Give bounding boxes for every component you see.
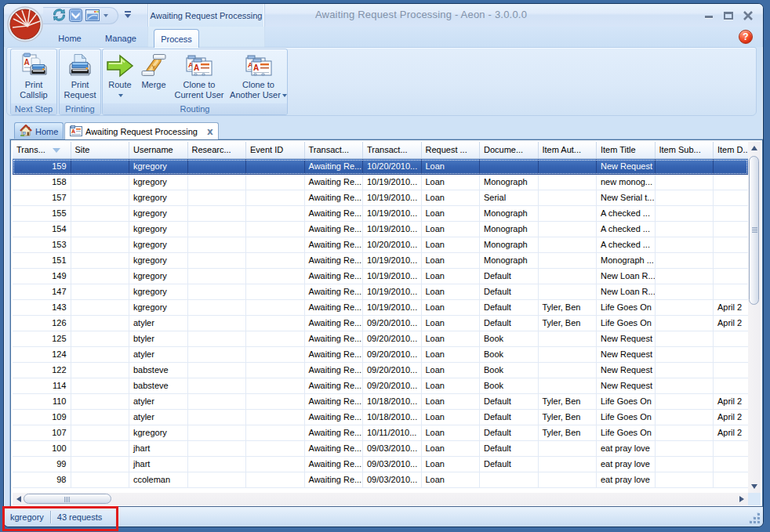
close-button[interactable]: [743, 11, 754, 20]
document-tab-awaiting-request-processing[interactable]: A Awaiting Request Processing x: [64, 122, 219, 139]
column-header-Trans...[interactable]: Trans...: [13, 142, 71, 158]
vertical-scrollbar[interactable]: [748, 142, 761, 493]
cell: [188, 253, 247, 269]
cell: Loan: [422, 331, 481, 347]
print-request-button[interactable]: Print Request: [60, 49, 100, 103]
cell: Default: [480, 425, 539, 441]
table-row[interactable]: 126atylerAwaiting Re...09/20/2010...Loan…: [13, 316, 748, 331]
table-row[interactable]: 157kgregoryAwaiting Re...10/19/2010...Lo…: [13, 190, 748, 206]
cell: [246, 269, 305, 284]
application-logo[interactable]: [6, 5, 44, 43]
table-row[interactable]: 159kgregoryAwaiting Re...10/20/2010...Lo…: [13, 159, 748, 175]
cell: [246, 410, 305, 425]
merge-icon: [140, 49, 168, 78]
refresh-icon[interactable]: [53, 9, 66, 23]
table-row[interactable]: 114babsteveAwaiting Re...09/20/2010...Lo…: [13, 378, 748, 394]
ribbon-tab-process[interactable]: Process: [154, 29, 199, 48]
route-button[interactable]: Route: [103, 49, 137, 103]
table-row[interactable]: 109atylerAwaiting Re...10/18/2010...Loan…: [13, 410, 748, 425]
cell: Book: [480, 331, 539, 347]
cell: Default: [480, 410, 539, 425]
scroll-left-icon[interactable]: [16, 496, 21, 502]
scroll-down-icon[interactable]: [751, 484, 757, 489]
ribbon-tab-home[interactable]: Home: [48, 29, 92, 47]
cell: 151: [13, 253, 71, 269]
cell: Loan: [422, 316, 481, 331]
cell: Loan: [422, 441, 481, 457]
cell: [188, 378, 247, 394]
cell: Awaiting Re...: [305, 237, 364, 253]
cell: Awaiting Re...: [305, 472, 364, 488]
horizontal-scrollbar[interactable]: [13, 493, 748, 505]
contextual-tab-group: Awaiting Request Processing: [147, 4, 265, 27]
cell: [656, 363, 714, 378]
column-header-Event ID[interactable]: Event ID: [246, 142, 305, 158]
cell: [188, 394, 247, 410]
cell: [539, 284, 597, 300]
table-row[interactable]: 147kgregoryAwaiting Re...10/19/2010...Lo…: [13, 284, 748, 300]
help-button[interactable]: ?: [739, 30, 753, 44]
resize-grip-icon[interactable]: [749, 512, 760, 523]
table-row[interactable]: 107kgregoryAwaiting Re...10/11/2010...Lo…: [13, 425, 748, 441]
column-header-Item Title[interactable]: Item Title: [597, 142, 656, 158]
window-icon[interactable]: [85, 9, 100, 23]
column-header-Transact...[interactable]: Transact...: [363, 142, 422, 158]
table-row[interactable]: 143kgregoryAwaiting Re...10/19/2010...Lo…: [13, 300, 748, 316]
cell: [71, 206, 130, 222]
maximize-button[interactable]: [723, 11, 734, 20]
cell: [188, 472, 247, 488]
process-chevron-icon[interactable]: [69, 9, 82, 24]
annotation-highlight-rectangle: [2, 506, 118, 531]
print-callslip-button[interactable]: A Print Callslip: [11, 49, 56, 103]
cell: kgregory: [129, 159, 188, 175]
column-header-Researc...[interactable]: Researc...: [188, 142, 247, 158]
table-row[interactable]: 154kgregoryAwaiting Re...10/19/2010...Lo…: [13, 222, 748, 237]
column-header-Docume...[interactable]: Docume...: [480, 142, 539, 158]
ribbon-tab-manage[interactable]: Manage: [96, 29, 145, 47]
column-header-Site[interactable]: Site: [71, 142, 130, 158]
merge-button[interactable]: Merge: [137, 49, 170, 103]
cell: [656, 457, 714, 472]
tab-close-icon[interactable]: x: [207, 126, 213, 137]
table-row[interactable]: 153kgregoryAwaiting Re...10/20/2010...Lo…: [13, 237, 748, 253]
table-row[interactable]: 125btylerAwaiting Re...09/20/2010...Loan…: [13, 331, 748, 347]
window-icon-dropdown[interactable]: [104, 14, 108, 17]
scroll-right-icon[interactable]: [739, 496, 744, 502]
table-row[interactable]: 99jhartAwaiting Re...09/03/2010...LoanDe…: [13, 457, 748, 472]
cell: [246, 206, 305, 222]
table-row[interactable]: 110atylerAwaiting Re...10/18/2010...Loan…: [13, 394, 748, 410]
horizontal-scroll-thumb[interactable]: [24, 494, 111, 504]
cell: Awaiting Re...: [305, 300, 364, 316]
cell: [714, 363, 748, 378]
clone-to-another-user-button[interactable]: A A: [228, 49, 289, 103]
table-row[interactable]: 155kgregoryAwaiting Re...10/19/2010...Lo…: [13, 206, 748, 222]
minimize-button[interactable]: [703, 11, 714, 20]
vertical-scroll-thumb[interactable]: [749, 156, 759, 305]
cell: New Request: [597, 347, 656, 363]
scroll-up-icon[interactable]: [751, 146, 757, 150]
cell: Awaiting Re...: [305, 331, 364, 347]
column-header-Item Aut...[interactable]: Item Aut...: [539, 142, 597, 158]
cell: [71, 425, 130, 441]
cell: kgregory: [129, 300, 188, 316]
column-header-Username[interactable]: Username: [129, 142, 188, 158]
column-header-Request ...[interactable]: Request ...: [422, 142, 481, 158]
table-row[interactable]: 124atylerAwaiting Re...09/20/2010...Loan…: [13, 347, 748, 363]
table-row[interactable]: 122babsteveAwaiting Re...09/20/2010...Lo…: [13, 363, 748, 378]
cell: atyler: [129, 410, 188, 425]
clone-to-current-user-button[interactable]: A A: [170, 49, 228, 103]
cell: [246, 159, 305, 175]
column-header-Transact...[interactable]: Transact...: [305, 142, 364, 158]
table-row[interactable]: 158kgregoryAwaiting Re...10/19/2010...Lo…: [13, 175, 748, 190]
cell: kgregory: [129, 425, 188, 441]
cell: Loan: [422, 457, 481, 472]
cell: [714, 441, 748, 457]
table-row[interactable]: 98ccolemanAwaiting Re...09/03/2010...Loa…: [13, 472, 748, 488]
document-tab-home[interactable]: Home: [14, 122, 64, 139]
table-row[interactable]: 100jhartAwaiting Re...09/03/2010...LoanD…: [13, 441, 748, 457]
table-row[interactable]: 149kgregoryAwaiting Re...10/19/2010...Lo…: [13, 269, 748, 284]
cell: New Request: [597, 363, 656, 378]
table-row[interactable]: 151kgregoryAwaiting Re...10/19/2010...Lo…: [13, 253, 748, 269]
qat-more-button[interactable]: [123, 10, 133, 20]
column-header-Item Sub...[interactable]: Item Sub...: [656, 142, 714, 158]
